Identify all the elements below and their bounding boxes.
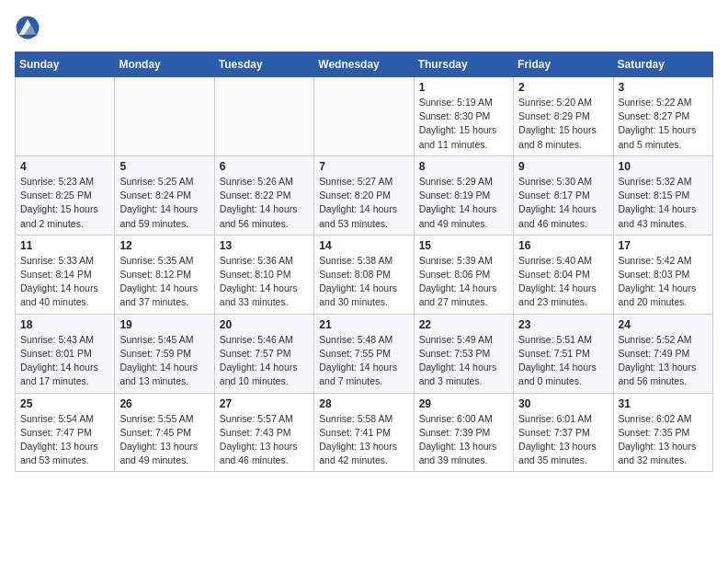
day-number: 15 (419, 239, 508, 252)
logo (15, 15, 44, 40)
day-info: Sunrise: 5:40 AM Sunset: 8:04 PM Dayligh… (518, 254, 608, 310)
calendar-cell: 26Sunrise: 5:55 AM Sunset: 7:45 PM Dayli… (115, 393, 214, 472)
weekday-header-wednesday: Wednesday (314, 52, 414, 77)
day-number: 8 (419, 160, 508, 173)
page-header (15, 15, 713, 40)
day-info: Sunrise: 5:52 AM Sunset: 7:49 PM Dayligh… (619, 333, 708, 389)
weekday-header-friday: Friday (514, 52, 613, 77)
day-info: Sunrise: 5:19 AM Sunset: 8:30 PM Dayligh… (419, 96, 508, 152)
calendar-cell: 4Sunrise: 5:23 AM Sunset: 8:25 PM Daylig… (16, 155, 115, 235)
day-info: Sunrise: 5:54 AM Sunset: 7:47 PM Dayligh… (20, 412, 109, 468)
day-info: Sunrise: 5:43 AM Sunset: 8:01 PM Dayligh… (20, 333, 109, 389)
week-row-2: 4Sunrise: 5:23 AM Sunset: 8:25 PM Daylig… (16, 155, 713, 235)
day-number: 21 (319, 318, 408, 331)
day-info: Sunrise: 5:45 AM Sunset: 7:59 PM Dayligh… (119, 333, 209, 389)
calendar-cell: 2Sunrise: 5:20 AM Sunset: 8:29 PM Daylig… (514, 77, 613, 156)
calendar-cell: 6Sunrise: 5:26 AM Sunset: 8:22 PM Daylig… (214, 155, 313, 235)
calendar-cell: 21Sunrise: 5:48 AM Sunset: 7:55 PM Dayli… (314, 314, 414, 393)
day-info: Sunrise: 5:29 AM Sunset: 8:19 PM Dayligh… (419, 175, 508, 231)
calendar-cell: 24Sunrise: 5:52 AM Sunset: 7:49 PM Dayli… (613, 314, 712, 393)
calendar-cell: 31Sunrise: 6:02 AM Sunset: 7:35 PM Dayli… (613, 393, 712, 472)
weekday-header-monday: Monday (115, 52, 214, 77)
week-row-4: 18Sunrise: 5:43 AM Sunset: 8:01 PM Dayli… (16, 314, 713, 393)
calendar-cell: 8Sunrise: 5:29 AM Sunset: 8:19 PM Daylig… (414, 155, 513, 235)
calendar-cell: 15Sunrise: 5:39 AM Sunset: 8:06 PM Dayli… (414, 235, 513, 314)
logo-icon (15, 15, 40, 40)
day-info: Sunrise: 5:39 AM Sunset: 8:06 PM Dayligh… (419, 254, 508, 310)
weekday-header-thursday: Thursday (414, 52, 513, 77)
day-number: 5 (119, 160, 209, 173)
day-number: 29 (419, 397, 508, 410)
week-row-1: 1Sunrise: 5:19 AM Sunset: 8:30 PM Daylig… (16, 77, 713, 156)
day-info: Sunrise: 5:57 AM Sunset: 7:43 PM Dayligh… (220, 412, 309, 468)
day-number: 20 (220, 318, 309, 331)
day-number: 9 (518, 160, 608, 173)
calendar-cell: 17Sunrise: 5:42 AM Sunset: 8:03 PM Dayli… (613, 235, 712, 314)
day-number: 2 (518, 81, 608, 94)
calendar-cell: 22Sunrise: 5:49 AM Sunset: 7:53 PM Dayli… (414, 314, 513, 393)
day-number: 27 (220, 397, 309, 410)
calendar-cell: 25Sunrise: 5:54 AM Sunset: 7:47 PM Dayli… (16, 393, 115, 472)
calendar-cell: 9Sunrise: 5:30 AM Sunset: 8:17 PM Daylig… (514, 155, 613, 235)
calendar-cell: 27Sunrise: 5:57 AM Sunset: 7:43 PM Dayli… (214, 393, 313, 472)
calendar-cell: 14Sunrise: 5:38 AM Sunset: 8:08 PM Dayli… (314, 235, 414, 314)
day-info: Sunrise: 5:26 AM Sunset: 8:22 PM Dayligh… (220, 175, 309, 231)
day-info: Sunrise: 6:02 AM Sunset: 7:35 PM Dayligh… (619, 412, 708, 468)
calendar-cell: 1Sunrise: 5:19 AM Sunset: 8:30 PM Daylig… (414, 77, 513, 156)
day-number: 11 (20, 239, 109, 252)
day-info: Sunrise: 5:49 AM Sunset: 7:53 PM Dayligh… (419, 333, 508, 389)
weekday-header-sunday: Sunday (16, 52, 115, 77)
day-number: 28 (319, 397, 408, 410)
calendar-cell: 28Sunrise: 5:58 AM Sunset: 7:41 PM Dayli… (314, 393, 414, 472)
day-info: Sunrise: 5:23 AM Sunset: 8:25 PM Dayligh… (20, 175, 109, 231)
calendar-cell: 30Sunrise: 6:01 AM Sunset: 7:37 PM Dayli… (514, 393, 613, 472)
day-info: Sunrise: 5:42 AM Sunset: 8:03 PM Dayligh… (619, 254, 708, 310)
day-info: Sunrise: 6:01 AM Sunset: 7:37 PM Dayligh… (518, 412, 608, 468)
day-info: Sunrise: 6:00 AM Sunset: 7:39 PM Dayligh… (419, 412, 508, 468)
day-info: Sunrise: 5:25 AM Sunset: 8:24 PM Dayligh… (119, 175, 209, 231)
day-info: Sunrise: 5:33 AM Sunset: 8:14 PM Dayligh… (20, 254, 109, 310)
calendar-cell: 18Sunrise: 5:43 AM Sunset: 8:01 PM Dayli… (16, 314, 115, 393)
day-number: 7 (319, 160, 408, 173)
calendar-cell (16, 77, 115, 156)
day-number: 23 (518, 318, 608, 331)
calendar-table: SundayMondayTuesdayWednesdayThursdayFrid… (15, 52, 713, 472)
calendar-cell: 19Sunrise: 5:45 AM Sunset: 7:59 PM Dayli… (115, 314, 214, 393)
calendar-cell: 16Sunrise: 5:40 AM Sunset: 8:04 PM Dayli… (514, 235, 613, 314)
weekday-header-saturday: Saturday (613, 52, 712, 77)
week-row-3: 11Sunrise: 5:33 AM Sunset: 8:14 PM Dayli… (16, 235, 713, 314)
calendar-cell (115, 77, 214, 156)
day-info: Sunrise: 5:32 AM Sunset: 8:15 PM Dayligh… (619, 175, 708, 231)
day-info: Sunrise: 5:35 AM Sunset: 8:12 PM Dayligh… (119, 254, 209, 310)
calendar-cell: 3Sunrise: 5:22 AM Sunset: 8:27 PM Daylig… (613, 77, 712, 156)
day-info: Sunrise: 5:55 AM Sunset: 7:45 PM Dayligh… (119, 412, 209, 468)
calendar-cell: 7Sunrise: 5:27 AM Sunset: 8:20 PM Daylig… (314, 155, 414, 235)
day-number: 30 (518, 397, 608, 410)
day-number: 14 (319, 239, 408, 252)
weekday-header-row: SundayMondayTuesdayWednesdayThursdayFrid… (16, 52, 713, 77)
day-number: 4 (20, 160, 109, 173)
week-row-5: 25Sunrise: 5:54 AM Sunset: 7:47 PM Dayli… (16, 393, 713, 472)
calendar-cell: 29Sunrise: 6:00 AM Sunset: 7:39 PM Dayli… (414, 393, 513, 472)
day-info: Sunrise: 5:20 AM Sunset: 8:29 PM Dayligh… (518, 96, 608, 152)
day-info: Sunrise: 5:58 AM Sunset: 7:41 PM Dayligh… (319, 412, 408, 468)
calendar-cell: 5Sunrise: 5:25 AM Sunset: 8:24 PM Daylig… (115, 155, 214, 235)
day-info: Sunrise: 5:46 AM Sunset: 7:57 PM Dayligh… (220, 333, 309, 389)
day-info: Sunrise: 5:30 AM Sunset: 8:17 PM Dayligh… (518, 175, 608, 231)
day-number: 22 (419, 318, 508, 331)
calendar-cell (314, 77, 414, 156)
day-number: 6 (220, 160, 309, 173)
day-info: Sunrise: 5:51 AM Sunset: 7:51 PM Dayligh… (518, 333, 608, 389)
day-info: Sunrise: 5:27 AM Sunset: 8:20 PM Dayligh… (319, 175, 408, 231)
calendar-cell: 23Sunrise: 5:51 AM Sunset: 7:51 PM Dayli… (514, 314, 613, 393)
day-number: 1 (419, 81, 508, 94)
day-number: 26 (119, 397, 209, 410)
day-info: Sunrise: 5:38 AM Sunset: 8:08 PM Dayligh… (319, 254, 408, 310)
calendar-cell: 13Sunrise: 5:36 AM Sunset: 8:10 PM Dayli… (214, 235, 313, 314)
day-number: 24 (619, 318, 708, 331)
day-number: 17 (619, 239, 708, 252)
day-number: 25 (20, 397, 109, 410)
day-number: 31 (619, 397, 708, 410)
day-number: 3 (619, 81, 708, 94)
calendar-cell (214, 77, 313, 156)
